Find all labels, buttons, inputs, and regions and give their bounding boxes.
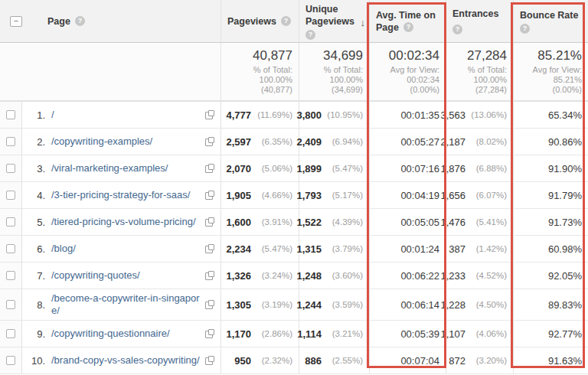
sort-descending-icon[interactable]: ↓ [361, 17, 366, 28]
row-number: 5. [28, 217, 45, 228]
bounce-rate-value: 90.86% [520, 136, 582, 148]
entrances-help-icon[interactable]: ? [452, 24, 462, 34]
totals-unique-pageviews-sub1: % of Total: [324, 65, 363, 75]
unique-pageviews-percent: (5.17%) [322, 191, 363, 200]
unique-pageviews-percent: (3.79%) [322, 244, 363, 253]
row-checkbox[interactable] [6, 271, 15, 280]
page-link[interactable]: /3-tier-pricing-strategy-for-saas/ [51, 189, 202, 201]
pageviews-value: 2,234 [226, 243, 251, 255]
avg-time-help-icon[interactable]: ? [403, 22, 413, 32]
entrances-value: 1,228 [440, 299, 466, 311]
row-checkbox[interactable] [6, 329, 15, 338]
totals-bounce-rate-sub3: (0.00%) [552, 85, 582, 95]
table-row: 3. /viral-marketing-examples/ 2,070 (5.0… [0, 155, 588, 182]
row-checkbox-cell [0, 209, 21, 235]
page-cell: 9. /copywriting-questionnaire/ [21, 321, 220, 347]
open-page-icon[interactable] [205, 191, 214, 200]
row-checkbox[interactable] [6, 300, 15, 309]
totals-entrances-value: 27,284 [467, 48, 507, 64]
unique-pageviews-value: 886 [305, 355, 322, 367]
page-link[interactable]: /copywriting-questionnaire/ [51, 328, 202, 340]
bounce-rate-header-label: Bounce Rate [520, 9, 582, 21]
page-link[interactable]: /brand-copy-vs-sales-copywriting/ [51, 354, 202, 367]
unique-pageviews-cell: 1,114 (3.21%) [299, 321, 369, 347]
collapse-rows-button[interactable]: − [10, 16, 22, 27]
page-link[interactable]: /viral-marketing-examples/ [51, 162, 202, 174]
analytics-pages-table: − Page ? Pageviews ? Unique Pageviews ↓ … [0, 0, 588, 375]
pageviews-value: 1,600 [226, 217, 251, 228]
open-page-icon[interactable] [205, 244, 214, 253]
page-cell: 8. /become-a-copywriter-in-singapore/ [21, 289, 220, 320]
page-help-icon[interactable]: ? [75, 16, 85, 26]
bounce-rate-cell: 89.83% [513, 289, 588, 320]
totals-bounce-rate-sub1: Avg for View: [533, 65, 582, 75]
avg-time-value: 00:04:19 [376, 190, 439, 201]
totals-pageviews-sub2: 100.00% [260, 75, 292, 85]
page-link[interactable]: /become-a-copywriter-in-singapore/ [51, 292, 202, 317]
page-cell: 10. /brand-copy-vs-sales-copywriting/ [21, 347, 220, 373]
unique-pageviews-cell: 1,315 (3.79%) [299, 236, 369, 262]
open-page-icon[interactable] [205, 329, 214, 338]
unique-pageviews-cell: 1,522 (4.39%) [299, 209, 369, 235]
unique-pageviews-value: 1,793 [296, 190, 322, 201]
row-checkbox[interactable] [6, 137, 15, 146]
page-link[interactable]: /copywriting-quotes/ [51, 269, 202, 282]
totals-pageviews-value: 40,877 [253, 48, 292, 64]
open-page-icon[interactable] [205, 271, 214, 280]
open-page-icon[interactable] [205, 300, 214, 309]
row-checkbox[interactable] [6, 356, 15, 365]
table-row: 8. /become-a-copywriter-in-singapore/ 1,… [0, 289, 588, 321]
unique-pageviews-cell: 1,899 (5.47%) [299, 155, 369, 181]
table-row: 10. /brand-copy-vs-sales-copywriting/ 95… [0, 347, 588, 374]
open-page-icon[interactable] [205, 137, 214, 146]
row-checkbox[interactable] [6, 217, 15, 227]
entrances-percent: (4.06%) [466, 329, 507, 338]
totals-unique-pageviews-value: 34,699 [323, 48, 363, 64]
bounce-rate-cell: 92.05% [513, 262, 588, 289]
totals-avg-time-sub2: 00:02:34 [407, 75, 439, 85]
page-link[interactable]: /blog/ [51, 243, 202, 255]
entrances-cell: 1,233 (4.52%) [446, 262, 513, 289]
unique-pageviews-cell: 1,793 (5.17%) [299, 182, 369, 208]
page-link[interactable]: /tiered-pricing-vs-volume-pricing/ [51, 216, 202, 228]
unique-pageviews-value: 2,409 [296, 136, 322, 148]
entrances-percent: (13.06%) [466, 110, 507, 119]
unique-pageviews-cell: 3,800 (10.95%) [299, 102, 369, 128]
entrances-percent: (6.88%) [466, 164, 507, 173]
row-checkbox[interactable] [6, 191, 15, 200]
row-checkbox[interactable] [6, 110, 15, 119]
bounce-rate-value: 65.34% [520, 109, 582, 121]
totals-pageviews: 40,877 % of Total: 100.00% (40,877) [220, 43, 299, 100]
pageviews-help-icon[interactable]: ? [281, 16, 291, 26]
table-totals-row: 40,877 % of Total: 100.00% (40,877) 34,6… [0, 43, 588, 102]
open-page-icon[interactable] [205, 356, 214, 365]
column-header-page[interactable]: Page ? [21, 0, 220, 42]
open-page-icon[interactable] [205, 110, 214, 119]
open-page-icon[interactable] [205, 164, 214, 173]
page-link[interactable]: / [51, 109, 202, 121]
open-page-icon[interactable] [205, 217, 214, 227]
row-checkbox[interactable] [6, 164, 15, 173]
bounce-rate-help-icon[interactable]: ? [520, 24, 530, 34]
entrances-percent: (5.41%) [466, 217, 507, 227]
entrances-cell: 1,107 (4.06%) [446, 321, 513, 347]
pageviews-cell: 1,326 (3.24%) [220, 262, 299, 289]
column-header-unique-pageviews[interactable]: Unique Pageviews ↓ ? [299, 0, 369, 42]
unique-pageviews-value: 1,899 [296, 163, 322, 174]
column-header-entrances[interactable]: Entrances ? [446, 0, 513, 42]
row-checkbox-cell [0, 262, 21, 289]
bounce-rate-cell: 92.77% [513, 321, 588, 347]
row-checkbox[interactable] [6, 244, 15, 253]
unique-pageviews-cell: 2,409 (6.94%) [299, 129, 369, 155]
unique-pageviews-header-label: Unique Pageviews [305, 3, 356, 28]
entrances-value: 1,476 [440, 217, 466, 228]
column-header-pageviews[interactable]: Pageviews ? [220, 0, 299, 42]
column-header-avg-time-on-page[interactable]: Avg. Time on Page ? [369, 0, 446, 42]
totals-avg-time-sub3: (0.00%) [410, 85, 439, 95]
entrances-value: 1,107 [440, 328, 466, 340]
unique-pageviews-help-icon[interactable]: ? [305, 30, 315, 40]
page-link[interactable]: /copywriting-examples/ [51, 135, 202, 148]
row-number: 2. [28, 136, 45, 148]
column-header-bounce-rate[interactable]: Bounce Rate ? [513, 0, 588, 42]
entrances-cell: 872 (3.20%) [446, 347, 513, 373]
